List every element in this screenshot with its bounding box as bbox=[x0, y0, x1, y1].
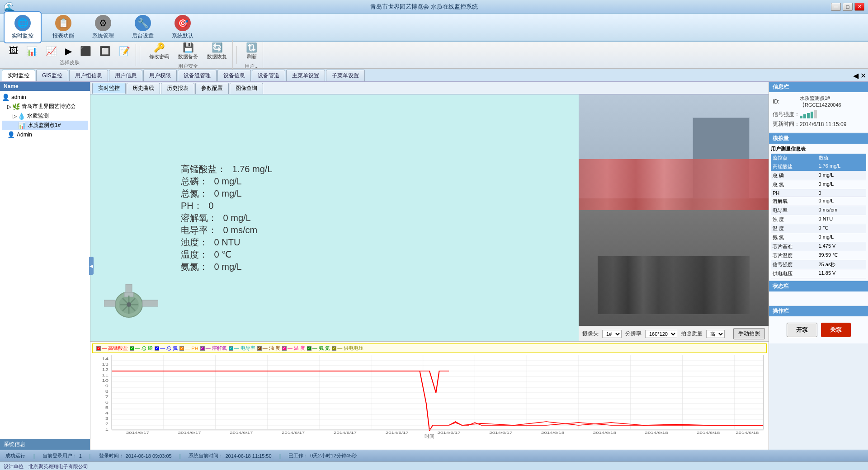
svg-rect-2 bbox=[104, 300, 115, 306]
tab-devicegroup[interactable]: 设备组管理 bbox=[178, 70, 217, 81]
minimize-button[interactable]: ─ bbox=[831, 3, 841, 11]
camera-scene bbox=[579, 94, 769, 326]
svg-rect-3 bbox=[142, 300, 158, 306]
resolution-select[interactable]: 160*120 bbox=[645, 330, 677, 338]
close-button[interactable]: ✕ bbox=[854, 3, 864, 11]
system-time-item: 系统当前时间： 2014-06-18 11:15:50 bbox=[189, 452, 271, 459]
menu-sysmanage[interactable]: ⚙ 系统管理 bbox=[85, 12, 121, 42]
toolbar-btn-7[interactable]: 📝 bbox=[115, 44, 134, 58]
update-value: 2014/6/18 11:15:09 bbox=[800, 121, 846, 127]
legend-cb-0[interactable]: ✓ bbox=[96, 346, 101, 351]
legend-cb-2[interactable]: ✓ bbox=[155, 346, 159, 351]
param-unit-0: mg/L bbox=[252, 164, 272, 174]
stop-pump-button[interactable]: 关泵 bbox=[821, 323, 851, 337]
toolbar-restore-btn[interactable]: 🔄 数据恢复 bbox=[203, 40, 231, 62]
subtab-params[interactable]: 参数配置 bbox=[195, 83, 229, 94]
toolbar-user2-label: 用户... bbox=[245, 63, 259, 70]
svg-rect-4 bbox=[126, 284, 132, 293]
login-time-label: 登录时间： bbox=[99, 452, 124, 459]
tree-node-admin2[interactable]: 👤 Admin bbox=[2, 130, 88, 139]
table-row-8: 氨 氮 0 mg/L bbox=[771, 233, 866, 242]
menu-default[interactable]: 🎯 系统默认 bbox=[165, 12, 201, 42]
tab-deviceinfo[interactable]: 设备信息 bbox=[217, 70, 251, 81]
legend-cb-4[interactable]: ✓ bbox=[200, 346, 205, 351]
legend-cb-7[interactable]: ✓ bbox=[282, 346, 287, 351]
maximize-button[interactable]: □ bbox=[843, 3, 853, 11]
subtab-history-curve[interactable]: 历史曲线 bbox=[127, 83, 160, 94]
legend-cb-5[interactable]: ✓ bbox=[229, 346, 233, 351]
legend-cb-6[interactable]: ✓ bbox=[257, 346, 262, 351]
signal-bar-4 bbox=[811, 112, 813, 118]
legend-item-1: ✓ — 总 磷 bbox=[130, 345, 153, 352]
legend-item-8: ✓ — 氨 氮 bbox=[307, 345, 330, 352]
legend-cb-8[interactable]: ✓ bbox=[307, 346, 311, 351]
legend-cb-9[interactable]: ✓ bbox=[332, 346, 336, 351]
camera-select[interactable]: 1# bbox=[602, 330, 622, 338]
toolbar-btn-6[interactable]: 🔲 bbox=[96, 44, 114, 58]
shoot-button[interactable]: 手动拍照 bbox=[733, 328, 765, 339]
menu-report[interactable]: 📋 报表功能 bbox=[45, 12, 81, 42]
tab-expand-icon[interactable]: ◀ bbox=[853, 71, 859, 80]
signal-bar-1 bbox=[800, 116, 802, 118]
chart-container: 14 13 12 11 10 9 8 7 6 5 4 3 2 1 bbox=[92, 355, 767, 436]
toolbar-refresh-btn[interactable]: 🔃 刷新 bbox=[242, 40, 261, 62]
start-pump-button[interactable]: 开泵 bbox=[787, 323, 817, 337]
table-row-3: PH 0 bbox=[771, 189, 866, 197]
toolbar-btn-2[interactable]: 📊 bbox=[23, 44, 41, 58]
tree-toggle-btn[interactable]: ◀ bbox=[89, 257, 94, 275]
menu-realtime[interactable]: 🌐 实时监控 bbox=[4, 11, 42, 43]
tab-collapse-icon[interactable]: ✕ bbox=[860, 71, 866, 80]
toolbar-btn-4[interactable]: ▶ bbox=[61, 44, 75, 58]
subtab-container: 实时监控 历史曲线 历史报表 参数配置 图像查询 bbox=[90, 82, 769, 94]
param-row-2: 总氮： 0 mg/L bbox=[181, 188, 561, 200]
tree-node-admin[interactable]: 👤 admin bbox=[2, 93, 88, 102]
tree-node-station[interactable]: 📊 水质监测点1# bbox=[2, 121, 88, 130]
title-bar: 🌊 青岛市世界园艺博览会 水质在线监控系统 ─ □ ✕ bbox=[0, 0, 868, 14]
extra0-value: 1.475 V bbox=[819, 243, 865, 250]
toolbar-btn-3[interactable]: 📈 bbox=[42, 44, 61, 58]
svg-text:2014/6/17: 2014/6/17 bbox=[126, 431, 149, 434]
legend-cb-3[interactable]: ✓ bbox=[179, 346, 184, 351]
tree-node-water[interactable]: ▷ 💧 水质监测 bbox=[2, 111, 88, 121]
param-row-7: 温度： 0 ℃ bbox=[181, 249, 561, 261]
signal-bar-3 bbox=[807, 113, 810, 118]
row4-value: 0 mg/L bbox=[819, 198, 865, 205]
svg-text:2014/6/17: 2014/6/17 bbox=[489, 431, 512, 434]
toolbar-pwd-btn[interactable]: 🔑 修改密码 bbox=[146, 40, 173, 62]
info-row-id: ID: 水质监测点1# 【RGCE14220046 bbox=[773, 95, 864, 108]
toolbar-backup-btn[interactable]: 💾 数据备份 bbox=[175, 40, 202, 62]
chart-x-label: 时间 bbox=[92, 433, 767, 440]
tree-node-expo[interactable]: ▷ 🌿 青岛市世界园艺博览会 bbox=[2, 102, 88, 111]
tab-userinfo[interactable]: 用户信息 bbox=[109, 70, 142, 81]
tab-userperm[interactable]: 用户权限 bbox=[143, 70, 177, 81]
main-area: Name 👤 admin ▷ 🌿 青岛市世界园艺博览会 ▷ 💧 水质监测 bbox=[0, 82, 868, 450]
toolbar-skin-group: 🖼 📊 📈 ▶ ⬛ 🔲 📝 选择皮肤 bbox=[4, 44, 136, 66]
tab-mainmenu[interactable]: 主菜单设置 bbox=[286, 70, 325, 81]
subtab-realtime[interactable]: 实时监控 bbox=[92, 83, 126, 94]
camera-panel: 摄像头 1# 分辨率 160*120 拍照质量 高 手动拍照 bbox=[579, 94, 769, 341]
param-row-0: 高锰酸盐： 1.76 mg/L bbox=[181, 163, 561, 175]
tree-admin2-icon: 👤 bbox=[7, 131, 15, 138]
legend-cb-1[interactable]: ✓ bbox=[130, 346, 134, 351]
quality-select[interactable]: 高 bbox=[706, 330, 725, 338]
param-value-6: 0 bbox=[214, 237, 219, 247]
subtab-history-report[interactable]: 历史报表 bbox=[161, 83, 194, 94]
tab-devicepipe[interactable]: 设备管道 bbox=[252, 70, 285, 81]
param-value-4: 0 bbox=[223, 213, 228, 223]
subtab-image[interactable]: 图像查询 bbox=[230, 83, 263, 94]
svg-text:14: 14 bbox=[102, 357, 108, 361]
tab-gis[interactable]: GIS监控 bbox=[36, 70, 68, 81]
toolbar-btn-5[interactable]: ⬛ bbox=[76, 44, 95, 58]
tab-realtime[interactable]: 实时监控 bbox=[2, 70, 35, 81]
tab-usergroup[interactable]: 用户组信息 bbox=[69, 70, 108, 81]
legend-item-2: ✓ — 总 氮 bbox=[155, 345, 178, 352]
table-row-7: 温 度 0 ℃ bbox=[771, 224, 866, 233]
legend-label-4: — 溶解氧 bbox=[206, 345, 227, 352]
user-table-label: 用户测量信息表 bbox=[771, 146, 866, 152]
current-user-label: 当前登录用户： bbox=[42, 452, 77, 459]
menu-backend[interactable]: 🔧 后台设置 bbox=[125, 12, 161, 42]
toolbar-btn-1[interactable]: 🖼 bbox=[5, 44, 22, 58]
tab-submenu[interactable]: 子菜单设置 bbox=[326, 70, 365, 81]
row1-name: 总 磷 bbox=[773, 172, 819, 179]
window-controls: ─ □ ✕ bbox=[831, 3, 864, 11]
